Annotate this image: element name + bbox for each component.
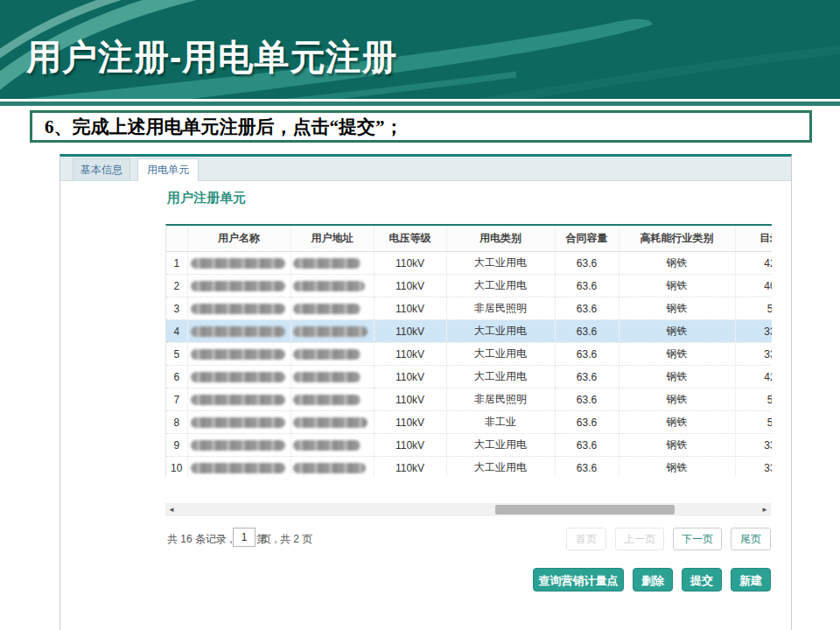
voltage-level-cell: 110kV [374,343,446,366]
row-number: 6 [166,366,187,388]
next-page-button[interactable]: 下一页 [673,528,722,550]
electricity-category-cell: 大工业用电 [446,457,555,478]
row-number: 8 [166,411,187,434]
contract-capacity-cell: 63.6 [555,411,619,434]
table-row[interactable]: 3 110kV 非居民照明 63.6 钢铁 5 [166,298,772,320]
industry-category-cell: 钢铁 [619,388,735,411]
electricity-category-cell: 非工业 [446,411,555,434]
col-header-user-address: 用户地址 [290,226,374,252]
section-title: 用户注册单元 [167,190,246,206]
table-row[interactable]: 9 110kV 大工业用电 63.6 钢铁 33 [166,434,772,457]
tab-basic-info[interactable]: 基本信息 [73,158,130,180]
user-address-cell [290,434,374,457]
horizontal-scrollbar[interactable]: ◄ ► [165,503,771,516]
pagination-bar: 共 16 条记录 , 当前第 页 , 共 2 页 首页 上一页 下一页 尾页 [60,528,791,552]
record-summary-suffix: 页 , 共 2 页 [261,532,312,547]
redacted-user-name [191,372,285,382]
row-number: 5 [166,343,187,366]
slide-header-band: 用户注册-用电单元注册 [0,0,840,99]
col-header-industry-category: 高耗能行业类别 [619,226,735,252]
scroll-right-arrow-icon[interactable]: ► [759,503,771,516]
redacted-user-address [293,281,366,291]
redacted-user-address [293,395,360,405]
page-number-input[interactable] [233,528,256,547]
new-button[interactable]: 新建 [731,568,771,592]
action-button-bar: 查询营销计量点 删除 提交 新建 [60,568,791,594]
catalog-cell: 33 [735,434,772,457]
user-address-cell [290,343,374,366]
table-row[interactable]: 6 110kV 大工业用电 63.6 钢铁 42 [166,366,772,388]
user-name-cell [187,320,290,343]
table-row[interactable]: 2 110kV 大工业用电 63.6 钢铁 40 [166,275,772,298]
contract-capacity-cell: 63.6 [555,388,619,411]
redacted-user-name [191,395,285,405]
table-row[interactable]: 1 110kV 大工业用电 63.6 钢铁 42 [166,252,772,275]
row-number: 7 [166,388,187,411]
redacted-user-name [191,304,285,314]
table-row[interactable]: 7 110kV 非居民照明 63.6 钢铁 5 [166,388,772,411]
scroll-left-arrow-icon[interactable]: ◄ [165,503,178,516]
user-address-cell [290,320,374,343]
prev-page-button[interactable]: 上一页 [615,528,664,550]
first-page-button[interactable]: 首页 [566,528,606,550]
contract-capacity-cell: 63.6 [555,366,619,388]
app-window: 基本信息 用电单元 用户注册单元 用户名称 用户地址 电压等级 用电类别 [60,154,792,630]
row-number: 10 [166,457,187,478]
user-name-cell [187,275,290,298]
col-header-rownum [166,226,187,252]
catalog-cell: 5 [735,298,772,320]
contract-capacity-cell: 63.6 [555,252,619,275]
table-row[interactable]: 8 110kV 非工业 63.6 钢铁 5 [166,411,772,434]
units-table-body: 1 110kV 大工业用电 63.6 钢铁 42 2 110kV 大工业用电 6… [166,252,772,478]
delete-button[interactable]: 删除 [633,568,673,592]
industry-category-cell: 钢铁 [619,252,735,275]
user-name-cell [187,252,290,275]
industry-category-cell: 钢铁 [619,457,735,478]
last-page-button[interactable]: 尾页 [731,528,771,550]
table-row[interactable]: 4 110kV 大工业用电 63.6 钢铁 33 [166,320,772,343]
contract-capacity-cell: 63.6 [555,457,619,478]
industry-category-cell: 钢铁 [619,343,735,366]
table-row[interactable]: 10 110kV 大工业用电 63.6 钢铁 33 [166,457,772,478]
redacted-user-address [293,326,368,337]
instruction-text: 6、完成上述用电单元注册后，点击“提交”； [45,115,403,139]
col-header-electricity-category: 用电类别 [446,226,555,252]
catalog-cell: 42 [735,366,772,388]
electricity-category-cell: 非居民照明 [446,388,555,411]
redacted-user-name [191,281,285,291]
slide-title: 用户注册-用电单元注册 [26,33,397,81]
user-address-cell [290,275,374,298]
redacted-user-address [293,417,368,428]
catalog-cell: 40 [735,275,772,298]
voltage-level-cell: 110kV [374,366,446,388]
tab-bar: 基本信息 用电单元 [60,157,791,181]
table-row[interactable]: 5 110kV 大工业用电 63.6 钢铁 33 [166,343,772,366]
redacted-user-address [293,372,360,382]
query-metering-points-button[interactable]: 查询营销计量点 [533,568,624,592]
submit-button[interactable]: 提交 [682,568,722,592]
user-address-cell [290,298,374,320]
user-address-cell [290,457,374,478]
col-header-catalog: 目录 [735,226,772,252]
contract-capacity-cell: 63.6 [555,343,619,366]
col-header-user-name: 用户名称 [187,226,290,252]
electricity-category-cell: 大工业用电 [446,366,555,388]
contract-capacity-cell: 63.6 [555,434,619,457]
industry-category-cell: 钢铁 [619,411,735,434]
scrollbar-thumb[interactable] [495,505,675,514]
catalog-cell: 33 [735,343,772,366]
redacted-user-address [293,440,360,451]
row-number: 9 [166,434,187,457]
industry-category-cell: 钢铁 [619,366,735,388]
catalog-cell: 5 [735,411,772,434]
units-table: 用户名称 用户地址 电压等级 用电类别 合同容量 高耗能行业类别 目录 1 11… [166,226,772,477]
user-name-cell [187,457,290,478]
redacted-user-name [191,258,285,269]
contract-capacity-cell: 63.6 [555,320,619,343]
row-number: 3 [166,298,187,320]
electricity-category-cell: 大工业用电 [446,320,555,343]
user-address-cell [290,366,374,388]
tab-electric-unit[interactable]: 用电单元 [137,158,199,181]
redacted-user-address [293,349,360,360]
voltage-level-cell: 110kV [374,275,446,298]
